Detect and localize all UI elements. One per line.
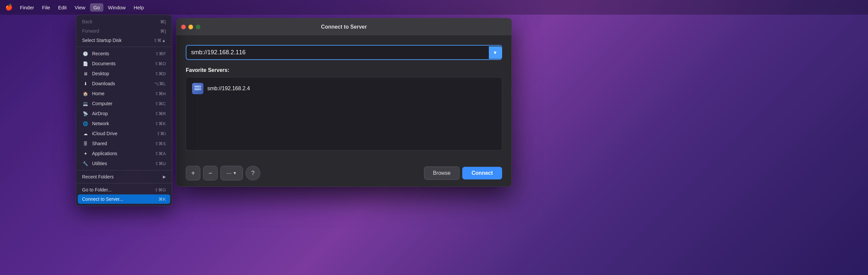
close-button[interactable] bbox=[181, 25, 186, 29]
desktop-icon: 🖥 bbox=[82, 70, 89, 77]
shortcut-computer: ⇧⌘C bbox=[155, 101, 166, 106]
traffic-lights bbox=[181, 25, 200, 29]
shortcut-downloads: ⌥⌘L bbox=[154, 81, 166, 86]
menubar-edit[interactable]: Edit bbox=[55, 3, 70, 12]
applications-icon: ✦ bbox=[82, 150, 89, 157]
menubar-window[interactable]: Window bbox=[105, 3, 129, 12]
menu-item-documents[interactable]: 📄 Documents ⇧⌘O bbox=[76, 59, 172, 68]
chevron-down-icon: ▼ bbox=[493, 50, 497, 55]
shortcut-back: ⌘[ bbox=[160, 19, 166, 24]
dialog-toolbar: + − ··· ▼ ? Browse Connect bbox=[177, 160, 512, 187]
menu-item-airdrop[interactable]: 📡 AirDrop ⇧⌘R bbox=[76, 109, 172, 118]
favorite-server-address: smb://192.168.2.4 bbox=[207, 86, 250, 91]
connect-button[interactable]: Connect bbox=[462, 167, 502, 180]
browse-button[interactable]: Browse bbox=[424, 166, 460, 180]
menu-item-applications[interactable]: ✦ Applications ⇧⌘A bbox=[76, 148, 172, 159]
go-dropdown-menu: Back ⌘[ Forward ⌘] Select Startup Disk ⇧… bbox=[76, 15, 172, 206]
airdrop-icon: 📡 bbox=[82, 110, 89, 117]
menubar-file[interactable]: File bbox=[39, 3, 54, 12]
home-icon: 🏠 bbox=[82, 90, 89, 97]
dialog-title: Connect to Server bbox=[321, 24, 367, 30]
more-icon: ··· bbox=[227, 170, 231, 177]
fullscreen-button[interactable] bbox=[196, 25, 200, 29]
menu-item-icloud[interactable]: ☁ iCloud Drive ⇧⌘I bbox=[76, 129, 172, 138]
menu-item-computer[interactable]: 💻 Computer ⇧⌘C bbox=[76, 99, 172, 109]
apple-menu-icon[interactable]: 🍎 bbox=[5, 4, 12, 11]
minimize-button[interactable] bbox=[188, 25, 193, 29]
menu-item-back[interactable]: Back ⌘[ bbox=[76, 17, 172, 26]
shortcut-startup-disk: ⇧⌘▲ bbox=[154, 38, 166, 43]
menu-item-forward[interactable]: Forward ⌘] bbox=[76, 26, 172, 36]
remove-server-button[interactable]: − bbox=[203, 166, 218, 181]
server-address-row: ▼ bbox=[186, 45, 502, 60]
server-input-wrapper: ▼ bbox=[186, 45, 502, 60]
favorite-servers-list: smb://192.168.2.4 bbox=[186, 77, 502, 150]
recents-icon: 🕐 bbox=[82, 50, 89, 57]
shortcut-connect: ⌘K bbox=[158, 197, 166, 202]
menubar-finder[interactable]: Finder bbox=[17, 3, 37, 12]
arrow-icon: ▶ bbox=[163, 174, 166, 179]
dialog-body: ▼ Favorite Servers: smb://192.168.2.4 bbox=[177, 36, 512, 160]
menubar: 🍎 Finder File Edit View Go Window Help bbox=[0, 0, 868, 15]
server-history-dropdown[interactable]: ▼ bbox=[489, 46, 501, 59]
documents-icon: 📄 bbox=[82, 60, 89, 67]
menu-item-startup-disk[interactable]: Select Startup Disk ⇧⌘▲ bbox=[76, 36, 172, 45]
connect-to-server-dialog: Connect to Server ▼ Favorite Servers: bbox=[176, 18, 512, 187]
menubar-view[interactable]: View bbox=[71, 3, 89, 12]
menubar-help[interactable]: Help bbox=[130, 3, 147, 12]
svg-point-3 bbox=[199, 89, 200, 90]
server-address-input[interactable] bbox=[186, 46, 489, 59]
menu-item-network[interactable]: 🌐 Network ⇧⌘K bbox=[76, 118, 172, 129]
menu-item-go-to-folder[interactable]: Go to Folder... ⇧⌘G bbox=[76, 185, 172, 194]
menu-item-desktop[interactable]: 🖥 Desktop ⇧⌘D bbox=[76, 68, 172, 79]
shortcut-go-to-folder: ⇧⌘G bbox=[155, 188, 166, 192]
menu-item-utilities[interactable]: 🔧 Utilities ⇧⌘U bbox=[76, 159, 172, 168]
shortcut-shared: ⇧⌘S bbox=[155, 141, 166, 146]
menu-item-recent-folders[interactable]: Recent Folders ▶ bbox=[76, 172, 172, 182]
menu-item-home[interactable]: 🏠 Home ⇧⌘H bbox=[76, 88, 172, 99]
computer-icon: 💻 bbox=[82, 100, 89, 107]
menu-divider-2 bbox=[76, 170, 172, 170]
network-icon: 🌐 bbox=[82, 120, 89, 127]
favorite-server-item[interactable]: smb://192.168.2.4 bbox=[188, 80, 500, 98]
more-dropdown-arrow: ▼ bbox=[233, 171, 237, 175]
server-icon bbox=[192, 83, 204, 94]
utilities-icon: 🔧 bbox=[82, 160, 89, 167]
menu-item-shared[interactable]: 🗄 Shared ⇧⌘S bbox=[76, 138, 172, 148]
more-options-button[interactable]: ··· ▼ bbox=[220, 166, 243, 181]
shortcut-airdrop: ⇧⌘R bbox=[155, 111, 166, 116]
shortcut-icloud: ⇧⌘I bbox=[157, 131, 166, 136]
menu-item-downloads[interactable]: ⬇ Downloads ⌥⌘L bbox=[76, 79, 172, 88]
add-server-button[interactable]: + bbox=[186, 166, 200, 181]
shortcut-utilities: ⇧⌘U bbox=[155, 161, 166, 166]
menu-divider-1 bbox=[76, 47, 172, 47]
shortcut-forward: ⌘] bbox=[160, 29, 166, 34]
downloads-icon: ⬇ bbox=[82, 80, 89, 87]
favorite-servers-label: Favorite Servers: bbox=[186, 67, 502, 73]
shortcut-network: ⇧⌘K bbox=[155, 121, 166, 126]
svg-point-2 bbox=[199, 86, 200, 87]
shared-icon: 🗄 bbox=[82, 140, 89, 147]
menu-item-connect-to-server[interactable]: Connect to Server... ⌘K bbox=[78, 194, 170, 204]
shortcut-applications: ⇧⌘A bbox=[155, 151, 166, 156]
shortcut-documents: ⇧⌘O bbox=[155, 61, 166, 66]
menu-divider-3 bbox=[76, 183, 172, 184]
shortcut-desktop: ⇧⌘D bbox=[155, 71, 166, 76]
shortcut-home: ⇧⌘H bbox=[155, 91, 166, 96]
shortcut-recents: ⇧⌘F bbox=[155, 51, 166, 56]
menubar-go[interactable]: Go bbox=[90, 3, 103, 12]
icloud-icon: ☁ bbox=[82, 130, 89, 137]
help-button[interactable]: ? bbox=[246, 166, 260, 181]
menu-item-recents[interactable]: 🕐 Recents ⇧⌘F bbox=[76, 49, 172, 59]
dialog-titlebar: Connect to Server bbox=[177, 18, 512, 36]
